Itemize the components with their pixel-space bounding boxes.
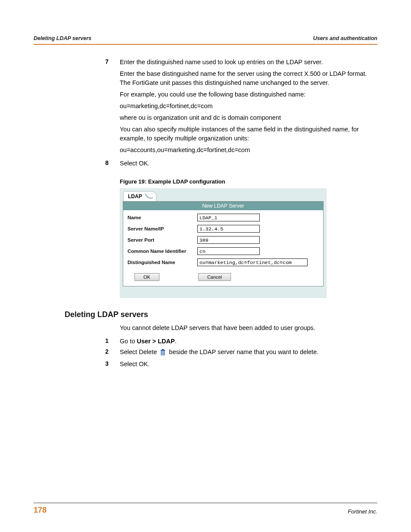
step-number: 1	[34, 337, 120, 346]
tab-curve-icon	[145, 192, 153, 199]
svg-rect-1	[162, 349, 164, 350]
ldap-tab-label: LDAP	[128, 193, 142, 199]
name-field[interactable]	[197, 214, 260, 221]
label-name: Name	[128, 215, 197, 220]
header-right: Users and authentication	[313, 35, 377, 41]
ldap-tab[interactable]: LDAP	[123, 191, 156, 201]
company-name: Fortinet Inc.	[348, 508, 377, 515]
section-heading: Deleting LDAP servers	[65, 310, 377, 319]
trash-icon	[159, 348, 166, 358]
delete-step-2: 2 Select Delete beside the LDAP server n…	[34, 348, 377, 358]
row-port: Server Port	[128, 236, 319, 244]
server-port-field[interactable]	[197, 236, 260, 244]
header-left: Deleting LDAP servers	[34, 35, 91, 41]
delete-step-3: 3 Select OK.	[34, 360, 377, 369]
step-8: 8 Select OK.	[34, 159, 377, 171]
common-name-field[interactable]	[197, 247, 260, 255]
figure-ldap-config: LDAP New LDAP Server Name Server Name/IP…	[120, 188, 327, 298]
page-number: 178	[34, 506, 47, 515]
step-7: 7 Enter the distinguished name used to l…	[34, 58, 377, 157]
step-body: Enter the distinguished name used to loo…	[120, 58, 377, 157]
ok-button[interactable]: OK	[134, 273, 159, 281]
delete-step-1: 1 Go to User > LDAP.	[34, 337, 377, 346]
distinguished-name-field[interactable]	[197, 258, 308, 266]
server-name-ip-field[interactable]	[197, 225, 260, 233]
step-body: Go to User > LDAP.	[120, 337, 377, 346]
label-server: Server Name/IP	[128, 226, 197, 231]
row-server: Server Name/IP	[128, 225, 319, 233]
content-area: 7 Enter the distinguished name used to l…	[34, 58, 377, 503]
step-number: 3	[34, 360, 120, 369]
panel-title: New LDAP Server	[123, 202, 323, 210]
label-port: Server Port	[128, 237, 197, 243]
row-cn: Common Name Identifier	[128, 247, 319, 255]
step-number: 7	[34, 58, 120, 157]
section-intro: You cannot delete LDAP servers that have…	[120, 324, 377, 333]
cancel-button[interactable]: Cancel	[198, 273, 231, 281]
ldap-form-panel: New LDAP Server Name Server Name/IP Serv…	[123, 201, 324, 286]
step-number: 8	[34, 159, 120, 171]
step-body: Select OK.	[120, 360, 377, 369]
step-number: 2	[34, 348, 120, 358]
figure-caption: Figure 19: Example LDAP configuration	[120, 178, 377, 185]
running-header: Deleting LDAP servers Users and authenti…	[34, 35, 377, 45]
label-dn: Distinguished Name	[128, 260, 197, 265]
step-body: Select Delete beside the LDAP server nam…	[120, 348, 377, 358]
row-name: Name	[128, 214, 319, 221]
step-body: Select OK.	[120, 159, 377, 171]
label-cn: Common Name Identifier	[128, 249, 197, 254]
page-footer: 178 Fortinet Inc.	[34, 503, 377, 515]
row-dn: Distinguished Name	[128, 258, 319, 266]
